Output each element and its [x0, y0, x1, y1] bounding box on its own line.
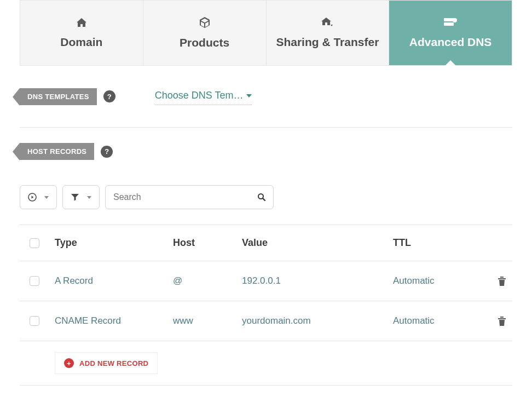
- add-record-label: ADD NEW RECORD: [79, 359, 148, 368]
- cell-value[interactable]: yourdomain.com: [242, 315, 393, 326]
- dns-templates-tag: DNS TEMPLATES: [20, 88, 97, 105]
- svg-rect-1: [444, 22, 454, 26]
- home-icon: [76, 17, 88, 28]
- records-toolbar: [20, 185, 512, 209]
- records-table: Type Host Value TTL A Record @ 192.0.0.1…: [20, 225, 512, 386]
- tab-label: Sharing & Transfer: [276, 36, 379, 49]
- trash-icon[interactable]: [497, 275, 507, 286]
- dns-template-dropdown[interactable]: Choose DNS Tem…: [155, 88, 252, 105]
- trash-icon[interactable]: [497, 315, 507, 326]
- chevron-down-icon: [246, 94, 252, 97]
- select-all-checkbox[interactable]: [30, 238, 39, 248]
- add-record-button[interactable]: + ADD NEW RECORD: [55, 352, 158, 374]
- server-icon: [443, 17, 458, 28]
- chevron-down-icon: [44, 196, 49, 199]
- tab-sharing[interactable]: Sharing & Transfer: [267, 1, 390, 65]
- dropdown-label: Choose DNS Tem…: [155, 90, 244, 101]
- table-row: CNAME Record www yourdomain.com Automati…: [20, 301, 512, 341]
- table-header-row: Type Host Value TTL: [20, 225, 512, 261]
- play-icon: [28, 193, 37, 202]
- package-icon: [199, 16, 211, 28]
- table-footer: + ADD NEW RECORD: [20, 341, 512, 386]
- table-row: A Record @ 192.0.0.1 Automatic: [20, 261, 512, 301]
- host-records-tag: HOST RECORDS: [20, 143, 94, 160]
- col-header-value: Value: [242, 237, 393, 249]
- tab-bar: Domain Products Sharing & Transfer Advan…: [20, 0, 512, 66]
- tab-label: Products: [180, 36, 229, 49]
- share-icon: [320, 17, 334, 28]
- dns-templates-section: DNS TEMPLATES ? Choose DNS Tem…: [20, 88, 512, 105]
- cell-ttl[interactable]: Automatic: [393, 315, 475, 326]
- chevron-down-icon: [87, 196, 91, 199]
- col-header-type: Type: [55, 237, 173, 249]
- cell-type[interactable]: CNAME Record: [55, 315, 173, 326]
- tab-domain[interactable]: Domain: [20, 1, 143, 65]
- col-header-ttl: TTL: [393, 237, 475, 249]
- action-dropdown[interactable]: [20, 185, 57, 209]
- svg-rect-0: [444, 18, 454, 21]
- tab-label: Advanced DNS: [409, 36, 492, 49]
- tab-label: Domain: [60, 36, 102, 49]
- tab-advanced-dns[interactable]: Advanced DNS: [389, 1, 512, 65]
- tab-products[interactable]: Products: [143, 1, 267, 65]
- host-records-section: HOST RECORDS ?: [20, 143, 512, 160]
- row-checkbox[interactable]: [30, 276, 39, 286]
- search-input[interactable]: [105, 185, 274, 209]
- help-icon[interactable]: ?: [103, 90, 115, 102]
- cell-value[interactable]: 192.0.0.1: [242, 275, 393, 286]
- filter-icon: [71, 193, 79, 202]
- cell-type[interactable]: A Record: [55, 275, 173, 286]
- plus-icon: +: [64, 358, 74, 368]
- filter-dropdown[interactable]: [62, 185, 100, 209]
- divider: [20, 127, 512, 128]
- cell-host[interactable]: @: [173, 275, 242, 286]
- row-checkbox[interactable]: [30, 316, 39, 326]
- search-wrap: [105, 185, 274, 209]
- cell-host[interactable]: www: [173, 315, 242, 326]
- search-icon[interactable]: [257, 193, 266, 202]
- cell-ttl[interactable]: Automatic: [393, 275, 475, 286]
- help-icon[interactable]: ?: [101, 146, 113, 158]
- col-header-host: Host: [173, 237, 242, 249]
